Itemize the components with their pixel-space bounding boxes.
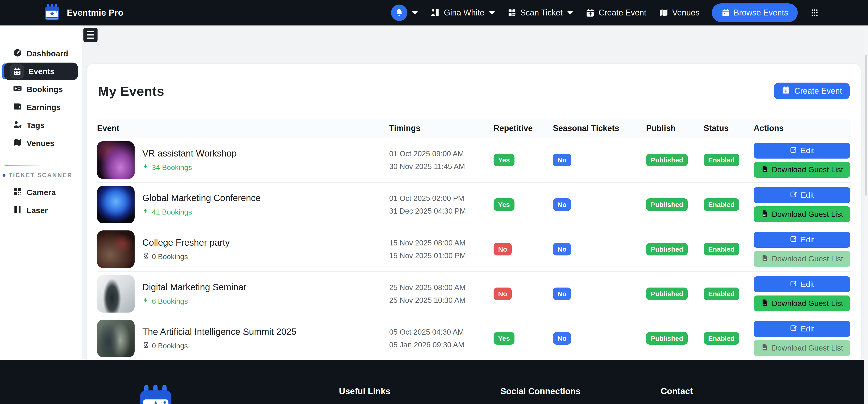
scan-ticket-menu[interactable]: Scan Ticket [507,8,573,18]
brand-logo-icon [43,3,61,22]
scrollbar-thumb[interactable] [865,55,867,196]
start-time: 01 Oct 2025 09:00 AM [389,149,494,158]
create-event-button[interactable]: Create Event [774,83,850,99]
end-time: 30 Nov 2025 11:45 AM [389,162,494,171]
file-csv-icon: csv [761,343,769,353]
end-time: 31 Dec 2025 04:30 PM [389,207,494,215]
start-time: 01 Oct 2025 02:00 PM [389,194,494,203]
footer-logo-icon [136,384,175,404]
edit-icon [790,191,798,200]
venues-link[interactable]: Venues [659,8,700,18]
publish-badge: Published [646,154,688,167]
column-header-repetitive: Repetitive [494,123,553,133]
download-guest-list-button[interactable]: csv Download Guest List [754,340,850,356]
main-content: My Events Create Event Event Timings Rep… [82,26,864,359]
footer-link[interactable]: Facebook [500,402,581,404]
table-header-row: Event Timings Repetitive Seasonal Ticket… [97,119,851,138]
download-guest-list-button[interactable]: csv Download Guest List [754,251,850,267]
download-guest-list-button[interactable]: csv Download Guest List [754,206,850,222]
end-time: 15 Nov 2025 01:00 PM [389,251,494,260]
svg-text:csv: csv [763,214,766,216]
event-timings: 25 Nov 2025 08:00 AM 25 Nov 2025 10:30 A… [389,283,494,305]
sidebar-toggle-button[interactable] [84,28,97,42]
map-icon [12,137,23,149]
edit-button[interactable]: Edit [754,277,850,292]
bookings-label: 41 Bookings [152,208,192,216]
download-guest-list-button[interactable]: csv Download Guest List [754,162,850,178]
file-csv-icon: csv [761,209,769,219]
scrollbar[interactable] [864,26,868,404]
calendar-plus-icon [585,8,595,18]
end-time: 05 Jan 2026 09:30 AM [389,341,494,349]
edit-button[interactable]: Edit [754,187,850,203]
event-thumbnail [97,320,134,357]
table-row: College Fresher party 0 Bookings 15 Nov … [97,227,851,272]
calendar-icon [10,64,24,79]
create-event-link[interactable]: Create Event [585,8,646,18]
sidebar-item-events[interactable]: Events [4,63,78,80]
file-csv-icon: csv [761,165,769,174]
table-row: Digital Marketing Seminar 6 Bookings 25 … [97,272,851,316]
user-menu[interactable]: Gina White [430,8,495,18]
bolt-icon [142,297,149,306]
seasonal-tickets-badge: No [553,198,571,211]
seasonal-tickets-badge: No [553,154,571,167]
publish-badge: Published [646,332,688,345]
sidebar-label: Venues [27,139,55,148]
footer-link[interactable]: Who We Are [339,402,390,404]
bookings-link[interactable]: 0 Bookings [142,252,230,261]
sidebar-section-ticket-scanner: TICKET SCANNER [3,172,82,179]
sidebar-label: Earnings [27,103,61,112]
end-time: 25 Nov 2025 10:30 AM [389,296,494,305]
edit-icon [790,324,798,334]
calendar-plus-icon [782,86,790,96]
browse-events-button[interactable]: Browse Events [712,3,798,22]
apps-grid-icon[interactable] [810,8,819,17]
event-thumbnail [97,275,134,313]
sidebar-item-bookings[interactable]: Bookings [0,80,82,98]
qrcode-icon [12,186,23,198]
brand[interactable]: Eventmie Pro [43,3,123,22]
event-title: The Artificial Intelligence Summit 2025 [142,327,297,337]
status-badge: Enabled [704,154,739,167]
event-timings: 15 Nov 2025 08:00 AM 15 Nov 2025 01:00 P… [389,239,494,260]
bookings-link[interactable]: 34 Bookings [142,163,237,172]
notifications-button[interactable] [391,4,418,21]
svg-text:csv: csv [763,169,766,172]
sidebar: Dashboard Events Bookings [0,26,82,359]
sidebar-item-earnings[interactable]: Earnings [0,98,82,116]
bookings-link[interactable]: 6 Bookings [142,297,246,306]
sidebar-item-venues[interactable]: Venues [0,134,82,152]
event-title: Digital Marketing Seminar [142,282,246,292]
bookings-link[interactable]: 41 Bookings [142,208,260,216]
sidebar-item-laser[interactable]: Laser [0,201,82,219]
hourglass-icon [142,252,149,261]
browse-events-label: Browse Events [734,8,788,18]
edit-button[interactable]: Edit [754,232,850,248]
download-guest-list-button[interactable]: csv Download Guest List [754,295,850,311]
repetitive-badge: Yes [494,332,515,345]
events-table-body: VR assistant Workshop 34 Bookings 01 Oct… [97,138,851,359]
edit-button[interactable]: Edit [754,143,850,158]
start-time: 05 Oct 2025 04:30 AM [389,328,494,337]
file-csv-icon: csv [761,254,769,264]
footer-link[interactable]: Our Head Office [661,402,716,404]
sidebar-item-tags[interactable]: Tags [0,116,82,134]
edit-label: Edit [801,324,814,333]
sidebar-item-dashboard[interactable]: Dashboard [0,45,82,63]
event-title: College Fresher party [142,237,230,248]
edit-button[interactable]: Edit [754,321,850,337]
column-header-actions: Actions [754,123,851,133]
bookings-link[interactable]: 0 Bookings [142,341,297,350]
my-events-card: My Events Create Event Event Timings Rep… [87,64,861,359]
download-label: Download Guest List [772,344,843,352]
sidebar-item-camera[interactable]: Camera [0,183,82,201]
user-tag-icon [12,119,23,131]
seasonal-tickets-badge: No [553,243,571,256]
publish-badge: Published [646,243,688,256]
event-timings: 01 Oct 2025 02:00 PM 31 Dec 2025 04:30 P… [389,194,494,215]
column-header-timings: Timings [389,123,494,133]
dot-icon [3,174,5,177]
edit-label: Edit [801,191,814,200]
status-badge: Enabled [704,243,739,256]
